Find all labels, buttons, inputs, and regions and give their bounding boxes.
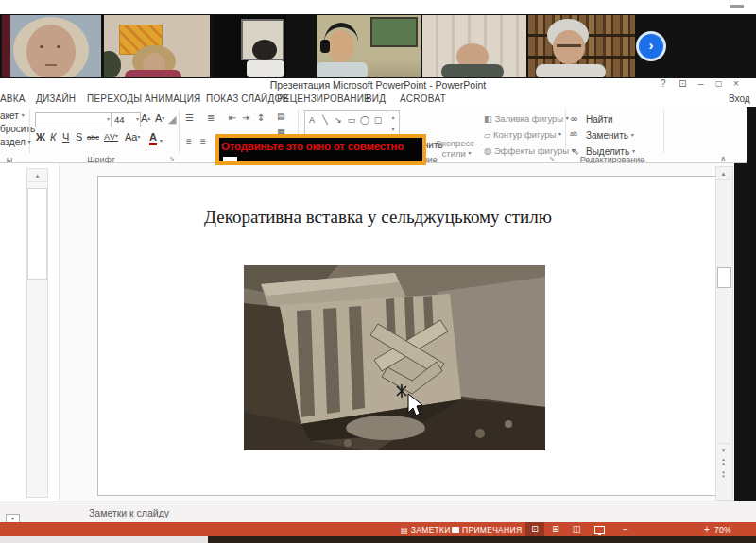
scrollbar-thumb[interactable]: [717, 267, 731, 288]
shape-icon[interactable]: ╲: [318, 111, 332, 129]
participant-video-4[interactable]: [317, 15, 421, 77]
shape-effects-button[interactable]: ◍ Эффекты фигуры ▾: [484, 145, 575, 156]
shape-icon[interactable]: ▢: [371, 111, 385, 129]
comment-icon: [452, 527, 459, 533]
participant-video-5[interactable]: [422, 15, 526, 77]
headphone-earcup: [320, 40, 330, 53]
align-left-icon[interactable]: ≡: [186, 136, 192, 146]
comments-toggle-button[interactable]: ПРИМЕЧАНИЯ: [452, 525, 522, 535]
shrink-font-button[interactable]: А▾: [155, 112, 164, 124]
tab-vid[interactable]: ВИД: [366, 93, 386, 104]
shape-icon[interactable]: ◯: [358, 111, 371, 129]
font-color-button[interactable]: А: [149, 131, 157, 145]
shape-outline-button[interactable]: ▱ Контур фигуры ▾: [484, 129, 561, 140]
font-size-combo[interactable]: 44▾: [111, 112, 141, 127]
replace-button[interactable]: Заменить ▾: [586, 130, 634, 141]
quick-styles-button[interactable]: Экспресс-: [427, 138, 486, 148]
strikethrough-button[interactable]: abc: [87, 133, 99, 142]
help-icon[interactable]: ?: [661, 78, 666, 89]
scrollbar-thumb[interactable]: [27, 188, 47, 280]
slideshow-view-button[interactable]: [590, 522, 609, 536]
reading-view-button[interactable]: ◫: [567, 522, 586, 536]
line-spacing-icon[interactable]: ⇕: [257, 112, 265, 123]
down-arrow-icon[interactable]: ▾: [391, 127, 394, 132]
collapse-ribbon-icon[interactable]: ∧: [720, 154, 727, 163]
down-arrow-icon: ▾: [162, 115, 164, 121]
chevron-down-icon: ▾: [137, 134, 140, 140]
tab-acrobat[interactable]: ACROBAT: [400, 93, 446, 104]
replace-icon: ab: [570, 130, 577, 137]
underline-button[interactable]: Ч: [62, 131, 69, 143]
indent-icon[interactable]: ⇥: [242, 112, 249, 123]
tab-retsenzirovanie[interactable]: РЕЦЕНЗИРОВАНИЕ: [277, 93, 370, 104]
clear-formatting-icon[interactable]: ◢: [168, 113, 176, 126]
bold-button[interactable]: Ж: [36, 131, 45, 143]
scroll-up-icon[interactable]: ▴: [27, 169, 47, 182]
close-window-icon[interactable]: ×: [733, 78, 739, 89]
slide-thumbnails-panel[interactable]: ▴: [0, 163, 60, 501]
tab-vstavka[interactable]: АВКА: [0, 93, 26, 104]
outdent-icon[interactable]: ⇤: [229, 112, 236, 123]
text-shadow-button[interactable]: S: [76, 131, 82, 143]
scroll-up-icon[interactable]: ▴: [716, 167, 730, 180]
layout-button[interactable]: акет ▾: [0, 110, 25, 121]
font-name-combo[interactable]: ▾: [35, 112, 112, 127]
shape-icon[interactable]: A: [305, 111, 318, 129]
tab-animatsiya[interactable]: АНИМАЦИЯ: [145, 93, 201, 104]
previous-slide-button[interactable]: ▴▴: [716, 458, 730, 465]
more-participants-button[interactable]: ›: [639, 34, 663, 59]
drawing-dialog-launcher-icon[interactable]: ⇘: [549, 155, 555, 162]
participant-video-2[interactable]: [104, 15, 210, 77]
zoom-out-button[interactable]: −: [623, 524, 628, 535]
shape-icon[interactable]: ▭: [345, 111, 358, 129]
tab-dizain[interactable]: ДИЗАЙН: [36, 93, 76, 104]
zoom-level[interactable]: 70%: [714, 525, 731, 535]
slide-sorter-view-button[interactable]: ⊞: [546, 522, 565, 536]
reset-button[interactable]: бросить: [0, 124, 35, 134]
notes-panel[interactable]: Заметки к слайду ▾: [0, 501, 756, 523]
notes-placeholder[interactable]: Заметки к слайду: [89, 507, 169, 518]
italic-button[interactable]: К: [50, 131, 56, 143]
restore-window-icon[interactable]: ▢: [715, 79, 723, 88]
notes-toggle-button[interactable]: ▤ЗАМЕТКИ: [401, 525, 451, 535]
slide-title[interactable]: Декоративна вставка у сельджуцькому стил…: [94, 207, 662, 228]
shape-fill-button[interactable]: ◧ Заливка фигуры ▾: [484, 113, 569, 124]
participant-torso: [125, 70, 181, 77]
chevron-down-icon: ▾: [468, 150, 471, 156]
next-slide-button[interactable]: ▾▾: [716, 471, 730, 478]
normal-view-button[interactable]: ⊡: [525, 522, 544, 536]
sign-in-link[interactable]: Вход: [729, 93, 750, 104]
align-center-icon[interactable]: ≡: [200, 136, 206, 146]
minimize-window-icon[interactable]: –: [698, 78, 704, 89]
bottom-strip-right: [208, 536, 756, 543]
character-spacing-button[interactable]: АV▾: [104, 132, 118, 142]
bullets-icon[interactable]: ☰: [185, 112, 194, 123]
group-separator: [663, 110, 664, 153]
numbering-icon[interactable]: ≣: [207, 112, 215, 123]
section-button[interactable]: аздел ▾: [0, 137, 31, 147]
slide-scrollbar[interactable]: ▴ ▾ ▴▴ ▾▾: [715, 166, 733, 501]
thumbnails-scrollbar[interactable]: ▴: [26, 168, 48, 498]
chevron-down-icon: ▾: [28, 139, 31, 144]
slide-photo-stone-carving[interactable]: [244, 265, 545, 450]
zoom-in-button[interactable]: +: [704, 524, 710, 535]
participant-video-1[interactable]: [2, 15, 101, 77]
chevron-down-icon[interactable]: ▾: [160, 137, 163, 144]
ribbon-display-options-icon[interactable]: ⊡: [679, 78, 686, 89]
participant-face: [26, 25, 76, 77]
font-dialog-launcher-icon[interactable]: ⇘: [169, 155, 175, 162]
grow-font-button[interactable]: А▴: [141, 112, 150, 124]
minimize-icon[interactable]: [730, 5, 744, 8]
change-case-button[interactable]: Aa▾: [125, 131, 140, 143]
right-edge-backdrop: [747, 107, 756, 163]
shape-icon[interactable]: ↘: [332, 111, 345, 129]
scroll-down-icon[interactable]: ▾: [716, 443, 730, 456]
tab-perekhody[interactable]: ПЕРЕХОДЫ: [87, 93, 142, 104]
up-arrow-icon[interactable]: ▴: [391, 114, 394, 120]
participant-eye: [40, 45, 43, 48]
bottom-strip-left: [0, 536, 208, 543]
participant-video-6[interactable]: [528, 15, 635, 77]
text-direction-icon[interactable]: ▤: [277, 111, 285, 121]
find-button[interactable]: Найти: [586, 114, 613, 125]
participant-video-3[interactable]: [213, 15, 286, 77]
